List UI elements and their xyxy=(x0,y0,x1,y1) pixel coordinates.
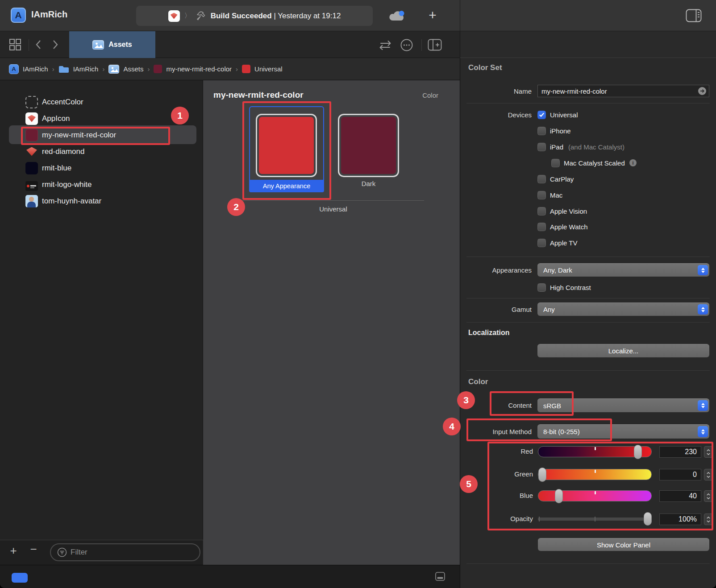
checkbox-icon[interactable] xyxy=(537,175,546,183)
status-bar xyxy=(0,565,460,588)
list-item-accentcolor[interactable]: AccentColor xyxy=(0,94,203,110)
colorset-type-label: Color xyxy=(422,91,438,99)
divider xyxy=(466,257,710,257)
activity-status-pill[interactable]: 〉 Build Succeeded | Yesterday at 19:12 xyxy=(136,6,373,26)
universal-group-label: Universal xyxy=(242,205,424,213)
tab-assets[interactable]: Assets xyxy=(69,31,155,58)
annotation-box-3 xyxy=(490,391,574,416)
checkbox-mac[interactable]: Mac xyxy=(537,190,562,200)
sidebar-footer: + − Filter xyxy=(0,540,203,565)
info-icon[interactable]: i xyxy=(629,159,637,167)
list-item-tom-huynh-avatar[interactable]: tom-huynh-avatar xyxy=(0,193,203,209)
divider xyxy=(466,298,710,298)
checkbox-icon[interactable] xyxy=(537,191,546,199)
color-section-title: Color xyxy=(468,377,488,386)
chevron-icon: › xyxy=(236,65,238,73)
app-icon-thumbnail xyxy=(25,112,38,125)
editor-options-icon[interactable] xyxy=(400,38,413,52)
add-asset-button[interactable]: + xyxy=(7,544,20,558)
svg-text:i: i xyxy=(632,160,633,166)
color-swatch-icon xyxy=(25,162,38,174)
gamut-label: Gamut xyxy=(460,306,532,313)
add-editor-icon[interactable] xyxy=(428,39,442,51)
checkbox-apple-watch[interactable]: Apple Watch xyxy=(537,222,588,232)
assets-catalog-icon xyxy=(92,40,104,50)
checkbox-mac-catalyst-scaled[interactable]: Mac Catalyst Scaled i xyxy=(551,158,637,168)
assets-catalog-icon[interactable] xyxy=(108,65,119,74)
folder-icon[interactable] xyxy=(58,65,69,74)
breadcrumb-item-universal[interactable]: Universal xyxy=(254,65,283,73)
list-item-red-diamond[interactable]: red-diamond xyxy=(0,143,203,160)
checkbox-ipad[interactable]: iPad (and Mac Catalyst) xyxy=(537,142,624,152)
checkbox-icon[interactable] xyxy=(537,239,546,247)
chevron-icon: › xyxy=(147,65,150,73)
ipad-suffix-label: (and Mac Catalyst) xyxy=(568,143,624,151)
project-app-icon: A xyxy=(11,8,26,23)
swap-editors-icon[interactable] xyxy=(379,40,392,50)
list-item-rmit-blue[interactable]: rmit-blue xyxy=(0,160,203,176)
filter-placeholder: Filter xyxy=(71,548,87,557)
annotation-badge-4: 4 xyxy=(443,418,461,435)
breadcrumb: A IAmRich › IAmRich › Assets › my-new-rm… xyxy=(0,58,460,80)
forward-chevron-icon[interactable] xyxy=(52,39,59,50)
checkbox-icon[interactable] xyxy=(537,207,546,215)
divider xyxy=(421,39,422,51)
title-bar: A IAmRich 〉 Build Succeeded | Yesterday … xyxy=(0,0,716,31)
checkbox-icon[interactable] xyxy=(537,143,546,151)
dark-appearance-swatch[interactable] xyxy=(338,114,399,177)
show-color-panel-button[interactable]: Show Color Panel xyxy=(538,538,709,551)
diamond-image-icon xyxy=(25,145,38,158)
avatar-image-icon xyxy=(25,195,38,207)
universal-swatch-icon xyxy=(242,65,250,73)
remove-asset-button[interactable]: − xyxy=(27,542,40,556)
name-input[interactable]: my-new-rmit-red-color xyxy=(537,85,709,97)
cloud-sync-icon[interactable] xyxy=(387,8,406,23)
back-chevron-icon[interactable] xyxy=(35,39,42,50)
inspector-toggle-icon[interactable] xyxy=(686,9,702,22)
filter-input[interactable]: Filter xyxy=(50,543,200,561)
checkbox-icon[interactable] xyxy=(551,159,560,167)
divider xyxy=(466,322,710,323)
toggle-debug-area-icon[interactable] xyxy=(435,572,445,581)
breadcrumb-item-colorset[interactable]: my-new-rmit-red-color xyxy=(166,65,232,73)
progress-indicator xyxy=(12,573,28,583)
devices-label: Devices xyxy=(460,111,532,119)
project-icon[interactable]: A xyxy=(9,64,19,74)
breadcrumb-item-group[interactable]: IAmRich xyxy=(73,65,99,73)
divider xyxy=(466,370,710,371)
stepper-icon xyxy=(698,304,708,315)
localization-label: Localization xyxy=(468,329,509,337)
add-button[interactable]: + xyxy=(425,6,440,25)
checkbox-carplay[interactable]: CarPlay xyxy=(537,174,574,184)
checkbox-icon[interactable] xyxy=(537,223,546,231)
colorset-title: my-new-rmit-red-color xyxy=(213,90,304,100)
minimap-grid-icon[interactable] xyxy=(9,38,21,51)
checkbox-iphone[interactable]: iPhone xyxy=(537,126,571,136)
xcode-window: A IAmRich 〉 Build Succeeded | Yesterday … xyxy=(0,0,716,588)
target-app-icon xyxy=(168,10,180,22)
gamut-dropdown[interactable]: Any xyxy=(537,302,709,316)
breadcrumb-item-project[interactable]: IAmRich xyxy=(23,65,48,73)
annotation-box-1 xyxy=(21,127,170,145)
list-item-rmit-logo-white[interactable]: rmit-logo-white xyxy=(0,176,203,193)
checkbox-icon[interactable] xyxy=(537,283,546,292)
checkbox-universal[interactable]: Universal xyxy=(537,110,578,120)
appearances-dropdown[interactable]: Any, Dark xyxy=(537,263,709,277)
breadcrumb-item-assets[interactable]: Assets xyxy=(123,65,143,73)
window-title: IAmRich xyxy=(31,9,67,20)
annotation-badge-5: 5 xyxy=(460,475,478,493)
stepper-icon xyxy=(698,265,708,275)
arrow-right-circle-icon[interactable] xyxy=(698,87,707,95)
checkbox-icon[interactable] xyxy=(537,111,546,119)
checkbox-icon[interactable] xyxy=(537,127,546,135)
divider xyxy=(29,39,29,51)
name-label: Name xyxy=(460,87,532,95)
checkbox-apple-tv[interactable]: Apple TV xyxy=(537,238,577,248)
colorset-editor: my-new-rmit-red-color Color Any Appearan… xyxy=(203,80,460,565)
checkbox-apple-vision[interactable]: Apple Vision xyxy=(537,206,587,216)
panel-divider xyxy=(460,0,460,31)
editor-tab-bar: Assets xyxy=(0,31,460,58)
localize-button[interactable]: Localize... xyxy=(537,344,709,357)
annotation-box-2 xyxy=(242,101,331,200)
checkbox-high-contrast[interactable]: High Contrast xyxy=(537,282,591,292)
